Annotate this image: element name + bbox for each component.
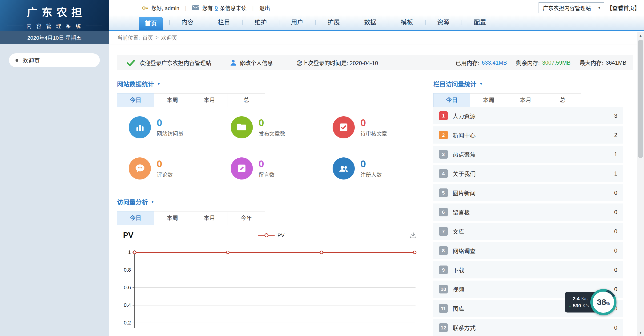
- folder-icon: [231, 116, 253, 138]
- memory-used-value: 633.41MB: [482, 60, 507, 66]
- stat-card-users: 0 注册人数: [321, 148, 423, 189]
- stats-grid: 0 网站访问量 0 发布文章数: [117, 107, 423, 189]
- download-icon[interactable]: [409, 231, 417, 239]
- rank-row[interactable]: 1 人力资源 3: [433, 107, 623, 124]
- mail-icon: [192, 5, 199, 10]
- rank-badge: 8: [439, 246, 448, 255]
- nav-tab-config[interactable]: 配置: [462, 15, 498, 30]
- rank-row[interactable]: 6 留言板 0: [433, 203, 623, 221]
- tab-month[interactable]: 本月: [507, 93, 544, 107]
- messages-count-link[interactable]: 0: [215, 5, 218, 11]
- stat-label: 发布文章数: [258, 130, 285, 137]
- download-speed: 530: [573, 303, 581, 309]
- tab-month[interactable]: 本月: [191, 211, 228, 225]
- rank-badge: 7: [439, 227, 448, 236]
- messages-suffix: 条信息未读: [220, 4, 246, 12]
- tab-today[interactable]: 今日: [117, 93, 154, 107]
- rank-badge: 12: [439, 323, 448, 332]
- stat-value: 0: [157, 118, 183, 128]
- stat-value: 0: [360, 118, 387, 128]
- rank-row[interactable]: 7 文库 0: [433, 223, 623, 240]
- rank-row[interactable]: 5 图片新闻 0: [433, 184, 623, 201]
- rank-count: 0: [614, 267, 618, 273]
- logo-divider: [86, 26, 102, 26]
- logo-divider: [6, 26, 23, 26]
- memory-percent-gauge[interactable]: 38 %: [590, 289, 617, 315]
- nav-tab-data[interactable]: 数据: [352, 15, 388, 30]
- logout-link[interactable]: 退出: [260, 4, 270, 12]
- bullet-icon: [16, 59, 18, 62]
- rank-label: 网络调查: [453, 246, 476, 255]
- tab-total[interactable]: 总: [544, 93, 581, 107]
- edit-profile-link[interactable]: 修改个人信息: [240, 59, 273, 67]
- nav-tab-templates[interactable]: 模板: [388, 15, 425, 30]
- divider: |: [252, 5, 254, 11]
- last-login-text: 您上次登录的时间是: 2020-04-10: [297, 59, 378, 67]
- rank-row[interactable]: 8 网络调查 0: [433, 242, 623, 259]
- scrollbar-thumb[interactable]: [638, 40, 643, 158]
- rank-label: 新闻中心: [453, 131, 476, 139]
- user-greeting: 您好, admin: [151, 4, 179, 12]
- column-stats-title-text: 栏目访问量统计: [433, 79, 476, 88]
- breadcrumb-home[interactable]: 首页: [142, 34, 153, 41]
- rank-label: 下载: [453, 266, 464, 274]
- gauge-percent-value: 38: [597, 298, 606, 307]
- tab-today[interactable]: 今日: [433, 93, 470, 107]
- chevron-down-icon: ▼: [598, 6, 601, 10]
- content: 欢迎登录广东农担内容管理站 修改个人信息 您上次登录的时间是: 2020-04-…: [109, 44, 637, 336]
- tab-week[interactable]: 本周: [154, 93, 191, 107]
- memory-info: 已用内存: 633.41MB 剩余内存: 3007.59MB 最大内存: 364…: [456, 59, 626, 67]
- tab-total[interactable]: 总: [228, 93, 265, 107]
- main-area: 当前位置: 首页 > 欢迎页 欢迎登录广东农担内容管理站 修改个人信息 您上次登…: [109, 31, 637, 336]
- rank-badge: 4: [439, 169, 448, 178]
- tab-today[interactable]: 今日: [117, 211, 154, 225]
- rank-row[interactable]: 12 联系方式 0: [433, 319, 623, 336]
- rank-count: 1: [614, 170, 618, 177]
- rank-label: 图库: [453, 304, 464, 313]
- rank-count: 0: [614, 325, 618, 331]
- sidebar-date: 2020年4月10日 星期五: [0, 31, 109, 44]
- stat-card-review: 0 待审核文章: [321, 107, 423, 148]
- stat-value: 0: [258, 159, 274, 169]
- site-stats-title: 网站数据统计 ▼: [117, 79, 423, 88]
- download-arrow-icon: ↓: [569, 303, 571, 308]
- check-icon: [127, 59, 135, 66]
- rank-count: 1: [614, 151, 618, 158]
- rank-row[interactable]: 2 新闻中心 2: [433, 126, 623, 144]
- rank-badge: 6: [439, 208, 448, 216]
- scroll-up-arrow[interactable]: ▲: [637, 32, 644, 39]
- pv-plot: 1 0.8 0.6 0.4 0.2: [123, 241, 418, 328]
- stat-card-visits: 0 网站访问量: [117, 107, 219, 148]
- nav-tab-content[interactable]: 内容: [169, 15, 206, 30]
- rank-row[interactable]: 3 热点聚焦 1: [433, 146, 623, 163]
- site-select-value: 广东农担内容管理站: [543, 4, 591, 12]
- view-home-link[interactable]: 【查看首页】: [606, 4, 640, 12]
- tab-year[interactable]: 今年: [228, 211, 265, 225]
- nav-tab-extensions[interactable]: 扩展: [316, 15, 352, 30]
- nav-tab-home[interactable]: 首页: [139, 17, 163, 30]
- main-nav: 首页 内容 栏目 维护 用户 扩展 数据 模板 资源 配置: [109, 15, 644, 31]
- nav-tab-resources[interactable]: 资源: [425, 15, 462, 30]
- nav-tab-users[interactable]: 用户: [279, 15, 316, 30]
- tab-week[interactable]: 本周: [154, 211, 191, 225]
- users-icon: [332, 158, 355, 179]
- tab-month[interactable]: 本月: [191, 93, 228, 107]
- rank-label: 关于我们: [453, 169, 476, 178]
- rank-row[interactable]: 4 关于我们 1: [433, 165, 623, 182]
- upload-arrow-icon: ↑: [569, 296, 571, 301]
- rank-row[interactable]: 9 下载 0: [433, 261, 623, 278]
- rank-badge: 10: [439, 285, 448, 294]
- sidebar-item-welcome[interactable]: 欢迎页: [9, 53, 100, 67]
- site-select-dropdown[interactable]: 广东农担内容管理站 ▼: [538, 2, 604, 13]
- memory-used-label: 已用内存:: [456, 59, 479, 67]
- scroll-down-arrow[interactable]: ▼: [637, 329, 644, 336]
- app-root: 广东农担 内 容 管 理 系 统 您好, admin | 您有 0 条信息未读 …: [0, 0, 644, 336]
- nav-tab-columns[interactable]: 栏目: [206, 15, 242, 30]
- column-stats-title: 栏目访问量统计 ▼: [433, 79, 623, 88]
- nav-tab-maintenance[interactable]: 维护: [242, 15, 279, 30]
- stat-label: 注册人数: [360, 170, 382, 178]
- tab-week[interactable]: 本周: [470, 93, 507, 107]
- stat-card-articles: 0 发布文章数: [219, 107, 321, 148]
- stat-label: 评论数: [157, 170, 173, 178]
- top-bar: 您好, admin | 您有 0 条信息未读 | 退出 广东农担内容管理站 ▼ …: [109, 0, 644, 15]
